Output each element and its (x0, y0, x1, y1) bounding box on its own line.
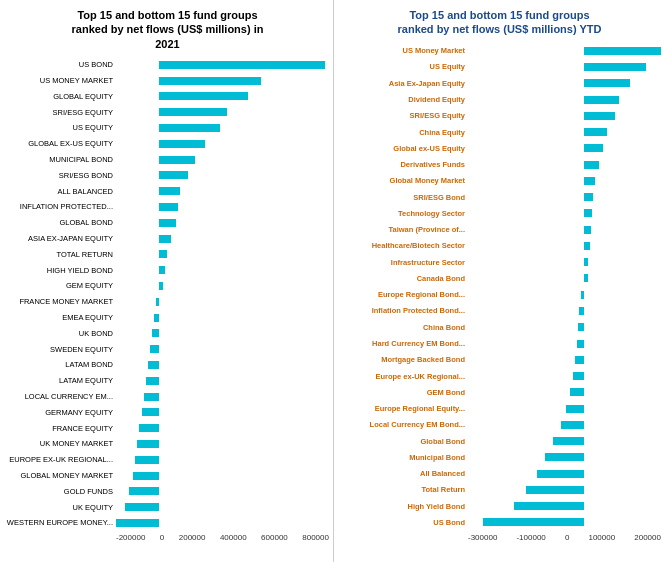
left-bar-row: UK MONEY MARKET (6, 438, 329, 449)
bar-segment (159, 61, 325, 69)
left-bar-label: GLOBAL BOND (6, 218, 116, 227)
right-bar-label: Healthcare/Biotech Sector (338, 241, 468, 250)
right-bar-label: Total Return (338, 485, 468, 494)
right-bar-label: SRI/ESG Bond (338, 193, 468, 202)
left-bar-row: UK BOND (6, 328, 329, 339)
right-bar-label: Hard Currency EM Bond... (338, 339, 468, 348)
bar-segment (135, 456, 158, 464)
right-bar-row: SRI/ESG Equity (338, 110, 661, 121)
right-bar-row: Total Return (338, 484, 661, 495)
left-bar-label: GLOBAL EX-US EQUITY (6, 139, 116, 148)
left-bar-label: WESTERN EUROPE MONEY... (6, 518, 116, 527)
left-bar-label: EUROPE EX-UK REGIONAL... (6, 455, 116, 464)
right-chart-title: Top 15 and bottom 15 fund groups ranked … (338, 8, 661, 37)
bar-segment (125, 503, 159, 511)
left-bar-row: TOTAL RETURN (6, 249, 329, 260)
right-bar-segment (553, 437, 584, 445)
left-bar-label: LATAM EQUITY (6, 376, 116, 385)
bar-segment (159, 92, 248, 100)
right-bar-row: China Bond (338, 322, 661, 333)
bar-segment (159, 282, 163, 290)
left-bar-row: GLOBAL EX-US EQUITY (6, 138, 329, 149)
right-bar-segment (584, 144, 603, 152)
right-bar-label: High Yield Bond (338, 502, 468, 511)
left-bar-row: SWEDEN EQUITY (6, 344, 329, 355)
left-bar-label: TOTAL RETURN (6, 250, 116, 259)
right-bar-label: Infrastructure Sector (338, 258, 468, 267)
left-bar-label: LOCAL CURRENCY EM... (6, 392, 116, 401)
right-x-axis: -300000 -100000 0 100000 200000 (468, 533, 661, 542)
right-bar-row: US Bond (338, 517, 661, 528)
right-bar-segment (545, 453, 584, 461)
left-bar-row: GERMANY EQUITY (6, 407, 329, 418)
right-bar-segment (584, 63, 646, 71)
right-bar-row: Hard Currency EM Bond... (338, 338, 661, 349)
right-bar-segment (584, 242, 590, 250)
left-bar-label: LATAM BOND (6, 360, 116, 369)
right-bar-segment (579, 307, 584, 315)
right-bar-row: SRI/ESG Bond (338, 192, 661, 203)
left-bar-label: SRI/ESG EQUITY (6, 108, 116, 117)
left-bar-row: UK EQUITY (6, 502, 329, 513)
right-bar-row: High Yield Bond (338, 501, 661, 512)
left-bar-label: UK MONEY MARKET (6, 439, 116, 448)
left-bar-label: GEM EQUITY (6, 281, 116, 290)
left-bar-row: LATAM BOND (6, 359, 329, 370)
right-bar-row: Global Bond (338, 436, 661, 447)
right-bar-row: Canada Bond (338, 273, 661, 284)
left-bar-row: EUROPE EX-UK REGIONAL... (6, 454, 329, 465)
left-bar-row: GLOBAL EQUITY (6, 91, 329, 102)
left-chart-area: US BONDUS MONEY MARKETGLOBAL EQUITYSRI/E… (6, 57, 329, 542)
right-bar-label: US Money Market (338, 46, 468, 55)
bar-segment (133, 472, 159, 480)
left-bar-label: US MONEY MARKET (6, 76, 116, 85)
right-bar-segment (584, 193, 594, 201)
left-panel: Top 15 and bottom 15 fund groups ranked … (0, 0, 334, 562)
right-bar-segment (483, 518, 583, 526)
right-bar-label: Global Bond (338, 437, 468, 446)
left-bar-row: FRANCE EQUITY (6, 423, 329, 434)
right-bar-row: US Equity (338, 61, 661, 72)
right-bar-label: Inflation Protected Bond... (338, 306, 468, 315)
left-bar-row: GEM EQUITY (6, 280, 329, 291)
bar-segment (129, 487, 159, 495)
right-bar-label: Taiwan (Province of... (338, 225, 468, 234)
right-bar-segment (584, 112, 615, 120)
right-bar-segment (584, 258, 589, 266)
right-bar-label: Canada Bond (338, 274, 468, 283)
bar-segment (159, 219, 176, 227)
bar-segment (154, 314, 158, 322)
left-bar-label: GLOBAL EQUITY (6, 92, 116, 101)
left-bar-label: MUNICIPAL BOND (6, 155, 116, 164)
right-bar-segment (584, 177, 596, 185)
right-chart-area: US Money MarketUS EquityAsia Ex-Japan Eq… (338, 43, 661, 542)
bar-segment (148, 361, 159, 369)
right-bar-row: Asia Ex-Japan Equity (338, 78, 661, 89)
right-bar-row: Infrastructure Sector (338, 257, 661, 268)
left-bar-label: SRI/ESG BOND (6, 171, 116, 180)
left-bar-row: ASIA EX-JAPAN EQUITY (6, 233, 329, 244)
left-bar-label: UK BOND (6, 329, 116, 338)
left-bar-row: US EQUITY (6, 122, 329, 133)
left-bar-row: GOLD FUNDS (6, 486, 329, 497)
bar-segment (116, 519, 159, 527)
right-bar-segment (573, 372, 584, 380)
left-bar-label: HIGH YIELD BOND (6, 266, 116, 275)
right-bar-segment (526, 486, 584, 494)
left-bar-row: MUNICIPAL BOND (6, 154, 329, 165)
bar-segment (159, 108, 227, 116)
bar-segment (159, 124, 221, 132)
right-bar-label: China Bond (338, 323, 468, 332)
left-bar-label: GOLD FUNDS (6, 487, 116, 496)
right-bar-row: Healthcare/Biotech Sector (338, 240, 661, 251)
bar-segment (146, 377, 159, 385)
left-bar-label: FRANCE MONEY MARKET (6, 297, 116, 306)
main-container: Top 15 and bottom 15 fund groups ranked … (0, 0, 665, 562)
right-bar-label: China Equity (338, 128, 468, 137)
right-bar-label: Europe Regional Bond... (338, 290, 468, 299)
bar-segment (159, 203, 178, 211)
left-bar-label: GERMANY EQUITY (6, 408, 116, 417)
right-bar-segment (584, 47, 661, 55)
right-bar-label: All Balanced (338, 469, 468, 478)
left-bar-label: GLOBAL MONEY MARKET (6, 471, 116, 480)
